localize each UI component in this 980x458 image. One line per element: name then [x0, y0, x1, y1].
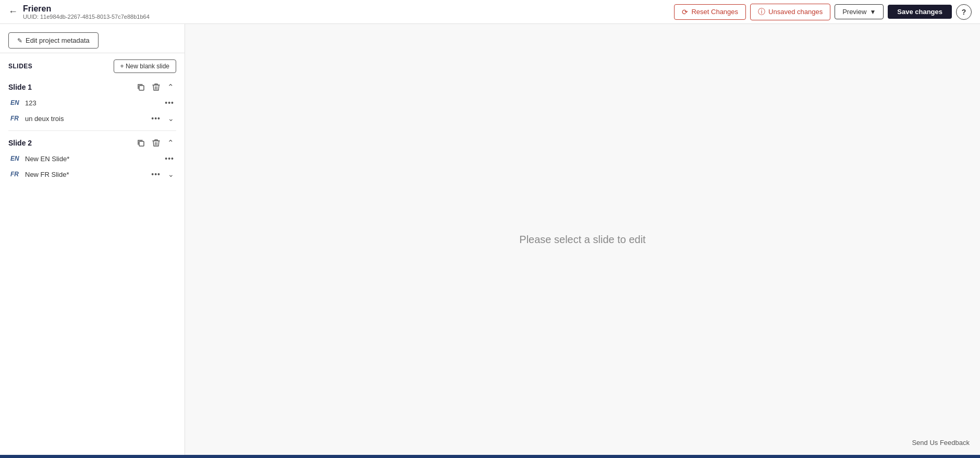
project-info: Frieren UUID: 11e984db-2267-4815-8013-57… [23, 4, 150, 20]
reset-changes-button[interactable]: ⟳ Reset Changes [674, 4, 746, 20]
slide-2-collapse-button[interactable]: ⌃ [165, 137, 176, 149]
slide-2-delete-button[interactable] [150, 138, 162, 148]
slide-2-fr-chevron-button[interactable]: ⌄ [166, 169, 176, 179]
slide-1-fr-row: FR un deux trois ••• ⌄ [8, 111, 176, 126]
slide-2-en-content: New EN Slide* [25, 155, 69, 163]
slide-2-actions: ⌃ [134, 137, 176, 149]
slides-divider [8, 130, 176, 131]
slide-1-en-row: EN 123 ••• [8, 95, 176, 111]
chevron-down-icon: ▼ [869, 8, 876, 16]
slide-2-en-row: EN New EN Slide* ••• [8, 151, 176, 166]
slide-1-actions: ⌃ [134, 81, 176, 93]
lang-tag-en: EN [10, 99, 21, 106]
save-changes-button[interactable]: Save changes [888, 5, 952, 19]
slides-header: SLIDES + New blank slide [8, 59, 176, 73]
sidebar: ✎ Edit project metadata SLIDES + New bla… [0, 24, 185, 455]
main-content: ✎ Edit project metadata SLIDES + New bla… [0, 24, 980, 455]
slides-label: SLIDES [8, 63, 32, 70]
back-icon[interactable]: ← [8, 6, 18, 17]
help-button[interactable]: ? [956, 4, 972, 20]
project-title: Frieren [23, 4, 150, 14]
reset-icon: ⟳ [682, 8, 688, 16]
slide-2-header-row: Slide 2 [8, 135, 176, 151]
editor-placeholder: Please select a slide to edit [519, 234, 645, 246]
slide-1-fr-content: un deux trois [25, 115, 64, 123]
header-bar: ← Frieren UUID: 11e984db-2267-4815-8013-… [0, 0, 980, 24]
slide-1-name: Slide 1 [8, 83, 134, 91]
lang-tag-fr-2: FR [10, 171, 21, 178]
slides-section: SLIDES + New blank slide Slide 1 [0, 53, 185, 455]
slide-2-en-options-button[interactable]: ••• [163, 153, 176, 164]
lang-tag-en-2: EN [10, 155, 21, 162]
slide-2-duplicate-button[interactable] [134, 138, 147, 148]
editor-area: Please select a slide to edit Send Us Fe… [185, 24, 980, 455]
header-right: ⟳ Reset Changes ⓘ Unsaved changes Previe… [674, 4, 972, 20]
feedback-link[interactable]: Send Us Feedback [912, 439, 970, 447]
slide-1-fr-options-button[interactable]: ••• [149, 113, 163, 124]
svg-rect-0 [139, 86, 144, 90]
unsaved-changes-button[interactable]: ⓘ Unsaved changes [750, 4, 830, 20]
pencil-icon: ✎ [17, 37, 22, 44]
slide-1-fr-chevron-button[interactable]: ⌄ [166, 113, 176, 124]
project-uuid: UUID: 11e984db-2267-4815-8013-57c7e88b1b… [23, 14, 150, 20]
edit-project-metadata-button[interactable]: ✎ Edit project metadata [8, 32, 99, 49]
slide-2-name: Slide 2 [8, 139, 134, 147]
warning-icon: ⓘ [758, 7, 765, 17]
preview-button[interactable]: Preview ▼ [835, 4, 884, 19]
slide-2-item: Slide 2 [8, 135, 176, 182]
bottom-bar [0, 455, 980, 458]
new-blank-slide-button[interactable]: + New blank slide [114, 59, 176, 73]
slide-2-fr-content: New FR Slide* [25, 171, 69, 178]
slide-1-collapse-button[interactable]: ⌃ [165, 81, 176, 93]
slide-1-duplicate-button[interactable] [134, 82, 147, 92]
slide-2-fr-options-button[interactable]: ••• [149, 169, 163, 179]
header-left: ← Frieren UUID: 11e984db-2267-4815-8013-… [8, 4, 150, 20]
slide-1-en-content: 123 [25, 99, 36, 107]
slide-item: Slide 1 [8, 79, 176, 126]
svg-rect-1 [139, 141, 144, 146]
sidebar-top: ✎ Edit project metadata [0, 24, 185, 53]
lang-tag-fr: FR [10, 115, 21, 122]
slide-1-delete-button[interactable] [150, 82, 162, 92]
slide-2-fr-row: FR New FR Slide* ••• ⌄ [8, 166, 176, 182]
slide-1-header-row: Slide 1 [8, 79, 176, 95]
slide-1-en-options-button[interactable]: ••• [163, 98, 176, 108]
